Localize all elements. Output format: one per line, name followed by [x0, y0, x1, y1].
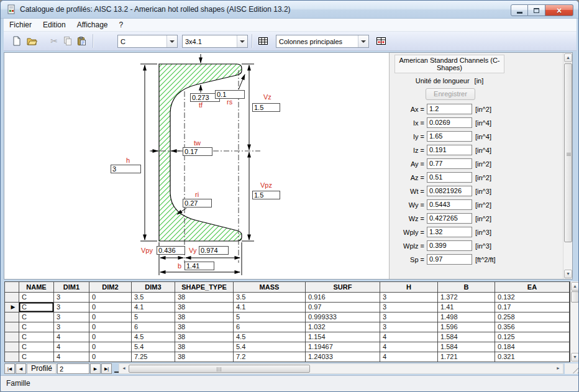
scroll-down-button[interactable]: ▼: [564, 270, 572, 278]
property-input[interactable]: 0.191: [427, 145, 472, 155]
last-record-button[interactable]: ▶|: [101, 363, 112, 374]
cell-surf[interactable]: 1.24033: [306, 352, 380, 362]
property-input[interactable]: 0.51: [427, 172, 472, 183]
menu-item[interactable]: Fichier: [4, 19, 37, 30]
cell-surf[interactable]: 0.97: [306, 303, 380, 312]
cell-dim3[interactable]: 6: [132, 322, 175, 332]
cell-dim1[interactable]: 4: [54, 332, 89, 342]
column-header[interactable]: SHAPE_TYPE: [175, 282, 234, 293]
horizontal-scrollbar[interactable]: ◄ ►: [119, 363, 563, 374]
cell-b[interactable]: 1.596: [438, 322, 495, 332]
chevron-down-icon[interactable]: [166, 35, 177, 47]
cell-surf[interactable]: 0.916: [306, 293, 380, 303]
scroll-up-button[interactable]: ▲: [571, 282, 579, 291]
column-header[interactable]: B: [438, 282, 495, 293]
cell-dim1[interactable]: 3: [54, 293, 89, 303]
panel-scrollbar[interactable]: ▲ ▼: [563, 53, 572, 279]
cell-ea[interactable]: 0.258: [495, 312, 570, 322]
property-input[interactable]: 0.0821926: [427, 186, 472, 196]
cell-ea[interactable]: 0.321: [495, 352, 570, 362]
row-selector[interactable]: ▶: [5, 303, 19, 312]
property-input[interactable]: 0.97: [427, 254, 472, 265]
cell-name[interactable]: C: [19, 322, 54, 332]
column-header[interactable]: DIM3: [132, 282, 175, 293]
save-button[interactable]: Enregistrer: [426, 88, 475, 100]
cell-h[interactable]: 4: [380, 352, 438, 362]
row-selector[interactable]: ▶: [5, 322, 19, 332]
cell-dim2[interactable]: 0: [89, 293, 132, 303]
cell-mass[interactable]: 5.4: [234, 342, 306, 352]
cell-shape-type[interactable]: 38: [175, 332, 234, 342]
cell-surf[interactable]: 1.154: [306, 332, 380, 342]
cell-dim3[interactable]: 5: [132, 312, 175, 322]
cell-dim2[interactable]: 0: [89, 342, 132, 352]
scroll-down-button[interactable]: ▼: [571, 353, 579, 362]
cell-h[interactable]: 3: [380, 303, 438, 312]
cell-mass[interactable]: 3.5: [234, 293, 306, 303]
cell-b[interactable]: 1.721: [438, 352, 495, 362]
property-input[interactable]: 1.32: [427, 227, 472, 237]
property-input[interactable]: 0.77: [427, 158, 472, 169]
table-scrollbar[interactable]: ▲ ▼: [570, 281, 579, 362]
column-header[interactable]: MASS: [234, 282, 306, 293]
cut-button[interactable]: ✂: [47, 34, 61, 48]
open-button[interactable]: [25, 34, 39, 48]
minimize-button[interactable]: [511, 4, 528, 16]
property-input[interactable]: 0.5443: [427, 199, 472, 210]
close-button[interactable]: ×: [545, 4, 573, 16]
menu-item[interactable]: Edition: [37, 19, 71, 30]
cell-mass[interactable]: 4.1: [234, 303, 306, 312]
cell-ea[interactable]: 0.184: [495, 342, 570, 352]
column-header[interactable]: H: [380, 282, 438, 293]
cell-h[interactable]: 4: [380, 342, 438, 352]
cell-dim2[interactable]: 0: [89, 322, 132, 332]
scroll-thumb[interactable]: [129, 365, 310, 373]
cell-name[interactable]: C: [19, 352, 54, 362]
cell-h[interactable]: 3: [380, 293, 438, 303]
scroll-right-button[interactable]: ►: [554, 365, 562, 373]
record-number-input[interactable]: [57, 363, 89, 374]
cell-dim2[interactable]: 0: [89, 312, 132, 322]
cell-shape-type[interactable]: 38: [175, 293, 234, 303]
family-combobox[interactable]: C: [117, 35, 178, 48]
property-input[interactable]: 1.2: [427, 104, 472, 114]
resize-grip[interactable]: [572, 367, 578, 373]
cell-dim3[interactable]: 5.4: [132, 342, 175, 352]
cell-mass[interactable]: 5: [234, 312, 306, 322]
cell-dim1[interactable]: 4: [54, 352, 89, 362]
cell-ea[interactable]: 0.17: [495, 303, 570, 312]
column-width-button[interactable]: [374, 34, 388, 48]
property-input[interactable]: 0.427265: [427, 213, 472, 224]
cell-dim2[interactable]: 0: [89, 303, 132, 312]
cell-b[interactable]: 1.584: [438, 342, 495, 352]
cell-dim3[interactable]: 3.5: [132, 293, 175, 303]
next-record-button[interactable]: ▶: [90, 363, 101, 374]
cell-surf[interactable]: 1.19467: [306, 342, 380, 352]
cell-b[interactable]: 1.372: [438, 293, 495, 303]
menu-item[interactable]: ?: [114, 19, 129, 30]
scroll-thumb[interactable]: [564, 63, 572, 242]
row-selector[interactable]: ▶: [5, 342, 19, 352]
size-combobox[interactable]: 3x4.1: [182, 35, 248, 48]
new-document-button[interactable]: [10, 34, 24, 48]
cell-mass[interactable]: 7.2: [234, 352, 306, 362]
cell-ea[interactable]: 0.356: [495, 322, 570, 332]
cell-surf[interactable]: 1.032: [306, 322, 380, 332]
cell-name[interactable]: C: [19, 293, 54, 303]
menu-item[interactable]: Affichage: [71, 19, 114, 30]
previous-record-button[interactable]: ◀: [16, 363, 26, 374]
table-view-button[interactable]: [256, 34, 270, 48]
cell-b[interactable]: 1.584: [438, 332, 495, 342]
cell-shape-type[interactable]: 38: [175, 312, 234, 322]
property-input[interactable]: 0.399: [427, 240, 472, 251]
cell-dim2[interactable]: 0: [89, 332, 132, 342]
chevron-down-icon[interactable]: [237, 35, 247, 47]
cell-dim1[interactable]: 4: [54, 342, 89, 352]
column-header[interactable]: EA: [495, 282, 570, 293]
row-selector[interactable]: ▶: [5, 293, 19, 303]
scroll-up-button[interactable]: ▲: [564, 53, 572, 62]
cell-h[interactable]: 3: [380, 312, 438, 322]
cell-dim2[interactable]: 0: [89, 352, 132, 362]
cell-b[interactable]: 1.498: [438, 312, 495, 322]
cell-dim1[interactable]: 3: [54, 322, 89, 332]
